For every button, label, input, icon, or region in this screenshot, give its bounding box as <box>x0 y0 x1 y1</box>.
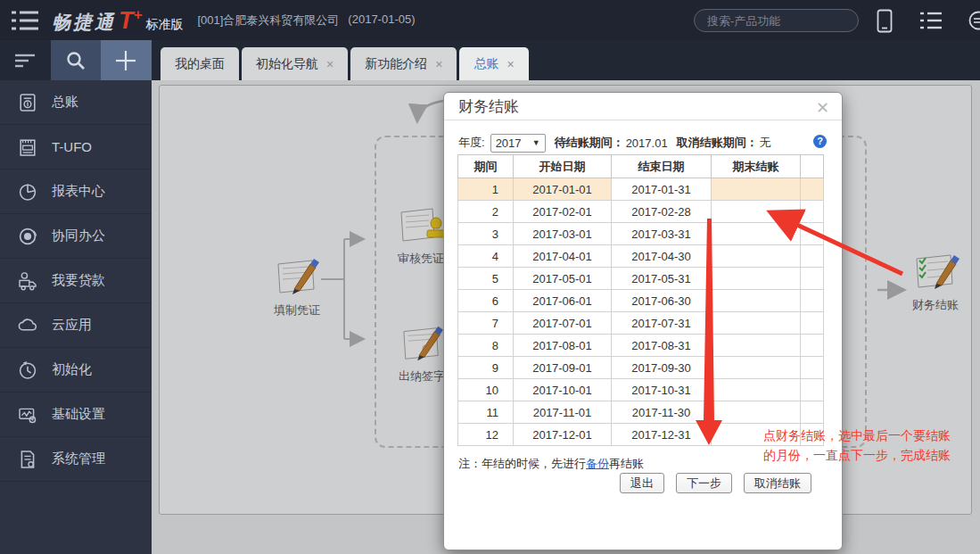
hamburger-icon[interactable] <box>11 10 39 31</box>
period-row[interactable]: 102017-10-012017-10-31 <box>458 379 824 401</box>
sidebar-item-system-management[interactable]: 系统管理 <box>0 437 152 482</box>
sidebar-item-loan[interactable]: 我要贷款 <box>0 259 152 303</box>
sidebar-item-label: T-UFO <box>52 139 92 154</box>
period-cell-closed <box>712 335 801 357</box>
sidebar-item-label: 总账 <box>52 94 78 111</box>
sidebar-item-collaboration[interactable]: 协同办公 <box>0 214 152 259</box>
sidebar-item-general-ledger[interactable]: 总账 <box>0 80 152 125</box>
year-select[interactable]: 2017 ▼ <box>490 134 546 153</box>
next-step-button[interactable]: 下一步 <box>676 473 732 493</box>
period-cell-period: 10 <box>458 379 514 401</box>
sidebar-item-cloud-apps[interactable]: 云应用 <box>0 303 152 348</box>
mobile-icon[interactable] <box>877 9 893 33</box>
chat-icon[interactable] <box>967 11 980 32</box>
account-name: [001]合肥泰兴科贸有限公司 <box>197 12 339 29</box>
period-cell-closed <box>712 379 801 401</box>
cancel-period-value: 无 <box>760 135 771 151</box>
cloud-app-icon <box>16 314 39 337</box>
financial-closing-dialog: 财务结账 ✕ 年度: 2017 ▼ 待结账期间： 2017.01 取消结账期间：… <box>443 92 843 550</box>
logo-brand-text: 畅捷通 <box>52 10 116 35</box>
system-management-icon <box>16 448 39 471</box>
tufo-report-icon <box>16 136 39 159</box>
period-row[interactable]: 92017-09-012017-09-30 <box>458 357 824 379</box>
task-list-icon[interactable] <box>919 11 943 30</box>
period-cell-period: 9 <box>458 357 514 379</box>
col-header-closed: 期末结账 <box>712 155 801 178</box>
sidebar-item-basic-settings[interactable]: 基础设置 <box>0 393 152 437</box>
tab-new-features[interactable]: 新功能介绍× <box>350 47 457 80</box>
report-center-icon <box>16 180 39 203</box>
sidebar-item-label: 云应用 <box>52 317 92 334</box>
period-cell-period: 11 <box>458 401 514 424</box>
period-cell-start: 2017-03-01 <box>514 223 612 245</box>
period-row[interactable]: 62017-06-012017-06-30 <box>458 290 824 312</box>
tab-close-icon[interactable]: × <box>326 57 334 71</box>
period-row[interactable]: 22017-02-012017-02-28 <box>458 201 824 223</box>
period-cell-closed <box>712 357 801 379</box>
close-icon[interactable]: ✕ <box>816 98 829 118</box>
period-row[interactable]: 112017-11-012017-11-30 <box>458 401 824 424</box>
pending-period-label: 待结账期间： <box>555 135 624 151</box>
period-cell-closed <box>712 245 801 268</box>
tab-general-ledger[interactable]: 总账× <box>459 47 528 80</box>
period-cell-start: 2017-08-01 <box>514 335 612 357</box>
period-cell-closed <box>712 312 801 335</box>
period-cell-start: 2017-07-01 <box>514 312 612 335</box>
period-cell-period: 5 <box>458 268 514 290</box>
period-table-header-row: 期间 开始日期 结束日期 期末结账 <box>458 155 824 178</box>
period-cell-end: 2017-01-31 <box>612 178 712 201</box>
sidebar-item-initialization[interactable]: 初始化 <box>0 348 152 393</box>
period-cell-period: 2 <box>458 201 514 223</box>
product-search <box>694 9 859 32</box>
period-row[interactable]: 32017-03-012017-03-31 <box>458 223 824 245</box>
tab-my-desktop[interactable]: 我的桌面 <box>161 47 239 80</box>
tab-close-icon[interactable]: × <box>435 57 442 71</box>
tab-init-navigation[interactable]: 初始化导航× <box>242 47 348 80</box>
search-icon[interactable] <box>51 40 102 80</box>
dialog-title: 财务结账 <box>458 96 519 117</box>
tab-close-icon[interactable]: × <box>506 57 514 71</box>
search-input[interactable] <box>695 14 868 28</box>
period-cell-start: 2017-06-01 <box>514 290 612 312</box>
period-row[interactable]: 12017-01-012017-01-31 <box>458 178 824 201</box>
cancel-period-label: 取消结账期间： <box>677 135 758 151</box>
period-cell-end: 2017-05-31 <box>612 268 712 290</box>
period-row[interactable]: 82017-08-012017-08-31 <box>458 335 824 357</box>
exit-button[interactable]: 退出 <box>620 473 664 493</box>
period-cell-filler <box>801 223 824 245</box>
period-cell-filler <box>801 290 824 312</box>
annotation-text: 点财务结账，选中最后一个要结账 的月份，一直点下一步，完成结账 <box>763 426 979 465</box>
sidebar-item-label: 报表中心 <box>52 183 105 200</box>
period-row[interactable]: 42017-04-012017-04-30 <box>458 245 824 268</box>
period-cell-end: 2017-06-30 <box>612 290 712 312</box>
cancel-closing-button[interactable]: 取消结账 <box>744 473 811 493</box>
period-cell-filler <box>801 245 824 268</box>
tab-label: 我的桌面 <box>175 56 225 72</box>
annotation-text-line1: 点财务结账，选中最后一个要结账 <box>763 426 979 445</box>
period-cell-closed <box>712 201 801 223</box>
sidebar-item-tufo[interactable]: T-UFO <box>0 125 152 170</box>
col-header-filler <box>801 155 824 178</box>
sidebar-item-label: 我要贷款 <box>52 272 105 289</box>
year-label: 年度: <box>458 135 485 151</box>
period-cell-start: 2017-09-01 <box>514 357 612 379</box>
period-cell-period: 3 <box>458 223 514 245</box>
sidebar-menu: 总账 T-UFO 报表中心 协同办公 我要贷款 云应用 初始化 <box>0 80 152 554</box>
period-row[interactable]: 72017-07-012017-07-31 <box>458 312 824 335</box>
help-icon[interactable] <box>813 135 827 148</box>
backup-link[interactable]: 备份 <box>586 457 609 470</box>
chevron-down-icon: ▼ <box>532 138 540 147</box>
tab-label: 总账 <box>474 56 498 72</box>
sidebar-item-report-center[interactable]: 报表中心 <box>0 170 152 214</box>
plus-icon[interactable] <box>101 40 152 80</box>
note-suffix: 再结账 <box>609 457 644 470</box>
period-cell-period: 6 <box>458 290 514 312</box>
period-cell-filler <box>801 268 824 290</box>
note-prefix: 注：年结的时候，先进行 <box>458 457 586 470</box>
filter-bars-icon[interactable] <box>0 40 51 80</box>
period-row[interactable]: 52017-05-012017-05-31 <box>458 268 824 290</box>
period-cell-filler <box>801 379 824 401</box>
period-cell-filler <box>801 201 824 223</box>
period-cell-closed <box>712 290 801 312</box>
collaboration-icon <box>16 225 39 248</box>
